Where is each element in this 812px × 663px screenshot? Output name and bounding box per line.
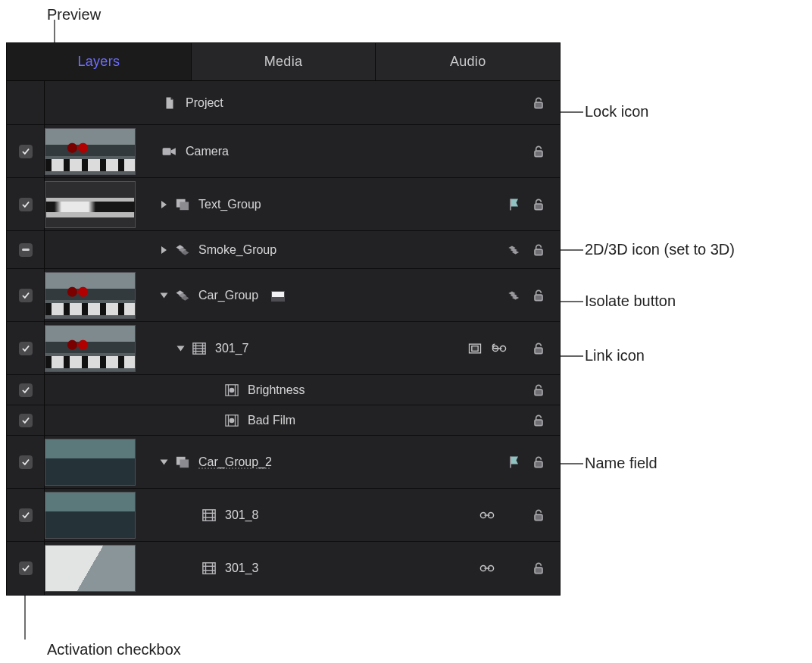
svg-rect-63 (535, 568, 542, 574)
clip-label: 301_7 (215, 342, 249, 355)
project-label: Project (186, 96, 223, 110)
preview-thumb[interactable] (45, 272, 136, 319)
callout-namefield: Name field (585, 455, 657, 472)
row-brightness[interactable]: Brightness (7, 375, 560, 405)
disclosure-triangle-icon[interactable] (161, 459, 168, 464)
lock-icon[interactable] (531, 288, 546, 303)
lock-icon[interactable] (531, 95, 546, 111)
tab-audio[interactable]: Audio (376, 43, 560, 80)
2d3d-icon[interactable] (507, 288, 522, 303)
row-car-group-2[interactable]: Car_Group_2 (7, 436, 560, 489)
mask-icon[interactable] (467, 341, 483, 356)
lock-icon[interactable] (531, 561, 546, 576)
svg-rect-17 (535, 204, 542, 210)
activation-checkbox[interactable] (19, 561, 33, 575)
lock-icon[interactable] (531, 242, 546, 258)
preview-thumb[interactable] (45, 325, 136, 372)
group-2d-icon (174, 455, 191, 469)
preview-thumb[interactable] (45, 128, 136, 175)
callout-isolate: Isolate button (585, 292, 676, 310)
lock-icon[interactable] (531, 144, 546, 159)
preview-thumb[interactable] (45, 439, 136, 486)
svg-rect-15 (180, 202, 189, 210)
camera-label: Camera (186, 145, 229, 158)
svg-rect-27 (472, 346, 478, 351)
svg-rect-55 (203, 563, 215, 574)
filmstrip-icon (201, 508, 217, 522)
svg-rect-54 (535, 514, 542, 521)
lock-icon[interactable] (531, 508, 546, 523)
svg-rect-41 (535, 420, 542, 426)
name-field[interactable]: Car_Group_2 (198, 455, 272, 469)
link-icon[interactable] (479, 561, 495, 576)
isolate-flag-icon[interactable] (507, 455, 522, 470)
preview-thumb[interactable] (45, 545, 136, 592)
svg-rect-11 (535, 102, 542, 108)
activation-checkbox[interactable] (19, 508, 33, 522)
car-group-label: Car_Group (198, 289, 258, 302)
activation-checkbox[interactable] (19, 145, 33, 158)
row-project[interactable]: Project (7, 81, 560, 125)
activation-checkbox[interactable] (19, 342, 33, 355)
activation-checkbox[interactable] (19, 383, 33, 397)
svg-rect-31 (535, 348, 542, 354)
tab-bar: Layers Media Audio (7, 43, 560, 81)
row-car-group[interactable]: Car_Group (7, 269, 560, 322)
lock-icon[interactable] (531, 197, 546, 212)
row-text-group[interactable]: Text_Group (7, 178, 560, 231)
clip-label: 301_8 (225, 508, 259, 522)
tab-media[interactable]: Media (192, 43, 376, 80)
row-bad-film[interactable]: Bad Film (7, 405, 560, 436)
svg-rect-36 (535, 389, 542, 396)
callout-link: Link icon (585, 347, 645, 364)
svg-rect-45 (535, 461, 542, 468)
disclosure-triangle-icon[interactable] (161, 246, 167, 254)
activation-checkbox[interactable] (19, 414, 33, 427)
disclosure-triangle-icon[interactable] (161, 292, 168, 298)
smoke-group-label: Smoke_Group (198, 243, 276, 257)
link-icon[interactable] (492, 341, 507, 356)
lock-icon[interactable] (531, 341, 546, 356)
lock-icon[interactable] (531, 413, 546, 428)
callout-2d3d: 2D/3D icon (set to 3D) (585, 241, 735, 258)
svg-rect-19 (535, 295, 542, 301)
svg-point-40 (230, 418, 233, 422)
tab-layers[interactable]: Layers (7, 43, 192, 80)
row-camera[interactable]: Camera (7, 125, 560, 178)
activation-checkbox[interactable] (19, 455, 33, 469)
group-2d-icon (174, 198, 191, 211)
isolate-flag-icon[interactable] (507, 197, 522, 212)
group-3d-icon (174, 289, 191, 302)
row-smoke-group[interactable]: Smoke_Group (7, 231, 560, 269)
preview-thumb[interactable] (45, 492, 136, 539)
camera-icon (161, 145, 178, 158)
link-icon[interactable] (479, 508, 495, 523)
svg-rect-13 (535, 151, 542, 157)
svg-rect-44 (510, 456, 511, 468)
svg-rect-43 (180, 459, 189, 468)
filmstrip-icon (201, 561, 217, 575)
lock-icon[interactable] (531, 455, 546, 470)
activation-checkbox[interactable] (19, 198, 33, 211)
preview-thumb[interactable] (45, 181, 136, 228)
isolate-button[interactable] (272, 292, 284, 301)
bad-film-label: Bad Film (248, 414, 295, 427)
lock-icon[interactable] (531, 383, 546, 398)
disclosure-triangle-icon[interactable] (161, 201, 167, 208)
callout-lock: Lock icon (585, 103, 649, 120)
svg-point-35 (230, 388, 233, 392)
svg-rect-16 (510, 199, 511, 210)
2d3d-icon[interactable] (507, 242, 522, 258)
svg-rect-18 (535, 249, 542, 255)
row-clip-301-3[interactable]: 301_3 (7, 542, 560, 595)
brightness-label: Brightness (248, 383, 305, 397)
callout-activation: Activation checkbox (47, 641, 181, 658)
group-3d-icon (174, 243, 191, 257)
row-clip-301-8[interactable]: 301_8 (7, 489, 560, 542)
clip-label: 301_3 (225, 561, 259, 575)
layers-panel: Layers Media Audio Project (6, 42, 561, 596)
activation-mixed-checkbox[interactable] (19, 243, 33, 257)
disclosure-triangle-icon[interactable] (177, 346, 185, 351)
activation-checkbox[interactable] (19, 289, 33, 302)
row-clip-301-7[interactable]: 301_7 (7, 322, 560, 375)
